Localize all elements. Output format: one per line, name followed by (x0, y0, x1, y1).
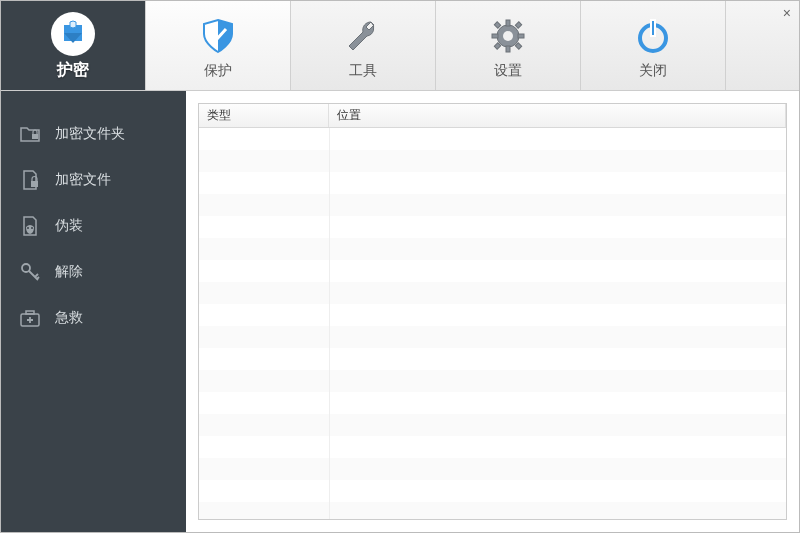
svg-rect-3 (506, 46, 510, 52)
table-header: 类型 位置 (199, 104, 786, 128)
sidebar-item-release[interactable]: 解除 (1, 249, 186, 295)
tab-label: 设置 (494, 62, 522, 80)
svg-rect-14 (31, 181, 38, 187)
tab-tools[interactable]: 工具 (291, 1, 436, 90)
svg-point-17 (22, 264, 30, 272)
top-toolbar: 护密 保护 工具 (1, 1, 799, 91)
key-icon (19, 261, 41, 283)
tab-label: 工具 (349, 62, 377, 80)
close-icon[interactable]: × (783, 5, 791, 21)
humi-shield-box-icon (50, 10, 96, 58)
tab-close[interactable]: 关闭 (581, 1, 726, 90)
file-lock-icon (19, 169, 41, 191)
sidebar-item-label: 加密文件夹 (55, 125, 125, 143)
tab-protect[interactable]: 保护 (146, 1, 291, 90)
main-content: 类型 位置 (186, 91, 799, 532)
table-body[interactable] (199, 128, 786, 519)
sidebar-item-encrypt-folder[interactable]: 加密文件夹 (1, 111, 186, 157)
svg-rect-5 (518, 34, 524, 38)
power-icon (633, 12, 673, 60)
data-table: 类型 位置 (198, 103, 787, 520)
column-divider (329, 128, 330, 519)
svg-rect-19 (26, 311, 34, 314)
svg-rect-4 (492, 34, 498, 38)
sidebar-item-label: 伪装 (55, 217, 83, 235)
sidebar-item-label: 加密文件 (55, 171, 111, 189)
svg-point-16 (31, 227, 33, 229)
tab-label: 保护 (204, 62, 232, 80)
tab-settings[interactable]: 设置 (436, 1, 581, 90)
mask-icon (19, 215, 41, 237)
wrench-icon (343, 12, 383, 60)
column-header-location[interactable]: 位置 (329, 104, 786, 127)
sidebar-item-label: 急救 (55, 309, 83, 327)
svg-rect-13 (32, 134, 38, 139)
tab-label: 关闭 (639, 62, 667, 80)
sidebar-item-label: 解除 (55, 263, 83, 281)
svg-rect-6 (494, 21, 500, 27)
first-aid-icon (19, 307, 41, 329)
folder-lock-icon (19, 123, 41, 145)
gear-icon (488, 12, 528, 60)
svg-point-15 (27, 227, 29, 229)
tab-label: 护密 (57, 60, 89, 81)
svg-point-10 (503, 31, 513, 41)
sidebar: 加密文件夹 加密文件 伪装 解除 急救 (1, 91, 186, 532)
svg-rect-12 (651, 20, 655, 36)
column-header-type[interactable]: 类型 (199, 104, 329, 127)
tab-humi[interactable]: 护密 (1, 1, 146, 90)
sidebar-item-rescue[interactable]: 急救 (1, 295, 186, 341)
shield-check-icon (198, 12, 238, 60)
svg-rect-8 (515, 21, 521, 27)
sidebar-item-encrypt-file[interactable]: 加密文件 (1, 157, 186, 203)
svg-rect-2 (506, 20, 510, 26)
sidebar-item-disguise[interactable]: 伪装 (1, 203, 186, 249)
